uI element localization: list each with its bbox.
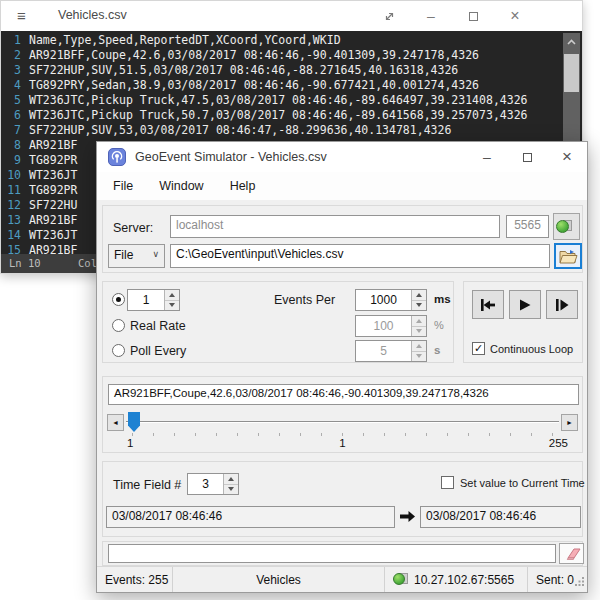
spin-up-icon[interactable] (412, 290, 426, 300)
real-rate-radio[interactable] (112, 319, 125, 332)
step-button[interactable] (546, 290, 578, 319)
events-per-radio[interactable] (112, 293, 125, 306)
slider-left-arrow[interactable]: ◄ (107, 414, 124, 431)
sent-count: Sent: 0 (536, 573, 574, 587)
message-field[interactable] (108, 544, 556, 563)
continuous-loop-label: Continuous Loop (490, 343, 573, 355)
editor-line[interactable]: 1Name,Type,Speed,ReportedDT,XCoord,YCoor… (1, 33, 582, 48)
time-field-group: Time Field # 3 Set value to Current Time… (102, 461, 583, 537)
close-icon[interactable]: × (494, 1, 536, 31)
simulator-window-controls: – × (467, 142, 587, 172)
line-number: 3 (1, 63, 29, 78)
editor-line[interactable]: 4TG892PRY,Sedan,38.9,03/08/2017 08:46:46… (1, 78, 582, 93)
line-number: 10 (1, 168, 29, 183)
events-count-value[interactable]: 1 (128, 290, 164, 310)
connection-status-icon (556, 219, 572, 235)
output-time-field[interactable]: 03/08/2017 08:46:46 (420, 506, 581, 528)
continuous-loop-checkbox[interactable]: ✓ (472, 342, 485, 355)
server-port-input[interactable]: 5565 (506, 215, 549, 238)
server-group: Server: localhost 5565 File ∨ C:\GeoEven… (102, 205, 583, 273)
line-text: AR921BFF,Coupe,42.6,03/08/2017 08:46:46,… (29, 48, 479, 63)
line-number: 13 (1, 213, 29, 228)
spin-up-icon[interactable] (165, 290, 179, 300)
slider-track[interactable] (126, 421, 559, 423)
spin-down-icon[interactable] (412, 300, 426, 311)
source-type-dropdown[interactable]: File ∨ (108, 244, 165, 268)
spinner-buttons (223, 474, 238, 494)
scroll-up-icon[interactable] (565, 36, 578, 52)
go-to-start-button[interactable] (472, 290, 504, 319)
server-host-input[interactable]: localhost (170, 215, 500, 238)
spin-up-icon (412, 316, 426, 326)
original-time-field[interactable]: 03/08/2017 08:46:46 (106, 506, 395, 528)
file-path-input[interactable]: C:\GeoEvent\input\Vehicles.csv (170, 244, 550, 268)
menu-window[interactable]: Window (159, 179, 203, 193)
browse-file-button[interactable] (554, 243, 582, 269)
editor-line[interactable]: 7SF722HUP,SUV,53,03/08/2017 08:46:47,-88… (1, 123, 582, 138)
scrollbar-thumb[interactable] (564, 54, 579, 92)
time-field-value[interactable]: 3 (188, 474, 223, 494)
hamburger-menu-icon[interactable]: ≡ (17, 7, 26, 24)
editor-line[interactable]: 5WT236JTC,Pickup Truck,47.5,03/08/2017 0… (1, 93, 582, 108)
maximize-icon[interactable] (507, 142, 547, 172)
close-icon[interactable]: × (547, 142, 587, 172)
resize-grip[interactable] (574, 576, 585, 590)
editor-titlebar[interactable]: ≡ Vehicles.csv – × (1, 1, 582, 31)
interval-spinner[interactable]: 1000 (355, 289, 427, 311)
time-field-spinner[interactable]: 3 (187, 473, 239, 495)
spin-down-icon[interactable] (224, 484, 238, 495)
spin-down-icon (412, 326, 426, 337)
clear-button[interactable] (559, 543, 584, 564)
line-text: TG892PRY,Sedan,38.9,03/08/2017 08:46:46,… (29, 78, 479, 93)
poll-unit-label: s (434, 344, 440, 356)
menu-help[interactable]: Help (230, 179, 256, 193)
maximize-icon[interactable] (452, 1, 494, 31)
skip-to-start-icon (479, 298, 497, 312)
simulator-menubar: File Window Help (97, 172, 587, 200)
event-position-slider[interactable]: ◄ ► (103, 412, 582, 432)
time-field-label: Time Field # (113, 478, 181, 492)
menu-file[interactable]: File (113, 179, 133, 193)
line-number: 6 (1, 108, 29, 123)
simulator-titlebar[interactable]: GeoEvent Simulator - Vehicles.csv – × (97, 142, 587, 172)
current-event-field[interactable]: AR921BFF,Coupe,42.6,03/08/2017 08:46:46,… (108, 384, 579, 405)
fullscreen-icon[interactable] (368, 1, 410, 31)
interval-value[interactable]: 1000 (356, 290, 411, 310)
events-count-spinner[interactable]: 1 (127, 289, 180, 311)
poll-interval-spinner: 5 (355, 340, 427, 362)
line-text: Name,Type,Speed,ReportedDT,XCoord,YCoord… (29, 33, 341, 48)
spinner-buttons (411, 316, 426, 336)
slider-right-arrow[interactable]: ► (561, 414, 578, 431)
editor-line[interactable]: 3SF722HUP,SUV,51.5,03/08/2017 08:46:46,-… (1, 63, 582, 78)
poll-every-radio[interactable] (112, 344, 125, 357)
slider-thumb[interactable] (128, 412, 140, 432)
line-number: 15 (1, 243, 29, 254)
source-type-value: File (114, 248, 133, 262)
events-count: Events: 255 (105, 573, 168, 587)
line-text: SF722HU (29, 198, 77, 213)
connected-green-dot (556, 220, 569, 233)
editor-line[interactable]: 2AR921BFF,Coupe,42.6,03/08/2017 08:46:46… (1, 48, 582, 63)
spin-up-icon (412, 341, 426, 351)
poll-interval-value: 5 (356, 341, 411, 361)
line-number: 14 (1, 228, 29, 243)
slider-max-label: 255 (549, 437, 568, 449)
editor-line[interactable]: 6WT236JTC,Pickup Truck,50.7,03/08/2017 0… (1, 108, 582, 123)
line-number: 4 (1, 78, 29, 93)
real-rate-spinner: 100 (355, 315, 427, 337)
maps-to-arrow-icon (399, 509, 416, 527)
set-current-time-label: Set value to Current Time (460, 477, 585, 489)
minimize-icon[interactable]: – (467, 142, 507, 172)
connect-button[interactable] (553, 213, 580, 240)
minimize-icon[interactable]: – (410, 1, 452, 31)
spin-down-icon[interactable] (165, 300, 179, 311)
set-current-time-checkbox[interactable] (441, 476, 454, 489)
events-per-label: Events Per (274, 293, 335, 307)
line-text: WT236JTC,Pickup Truck,50.7,03/08/2017 08… (29, 108, 528, 123)
simulator-statusbar: Events: 255 Vehicles 10.27.102.67:5565 S… (97, 566, 587, 592)
cursor-line-indicator: Ln 10 (9, 257, 41, 269)
play-button[interactable] (509, 290, 541, 319)
spin-up-icon[interactable] (224, 474, 238, 484)
check-icon: ✓ (474, 342, 483, 354)
line-text: AR921BF (29, 138, 77, 153)
